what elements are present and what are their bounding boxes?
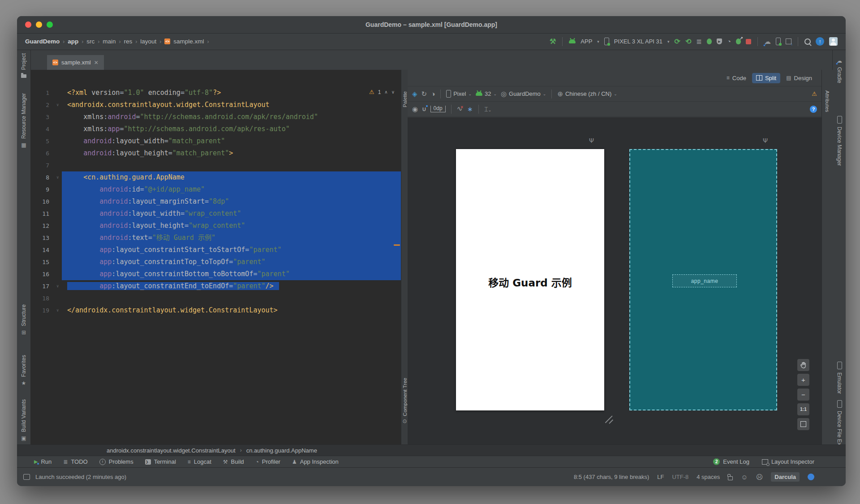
sidebar-item-structure[interactable]: Structure⊞ xyxy=(17,304,30,336)
design-surface-icon[interactable]: ◈ xyxy=(412,90,417,98)
autoconnect-magnet-icon[interactable]: ∪ xyxy=(422,106,426,112)
warning-stripe-mark[interactable] xyxy=(394,244,400,246)
code-line[interactable]: 12 android:layout_height="wrap_content" xyxy=(30,220,401,232)
view-mode-split[interactable]: Split xyxy=(752,73,780,83)
code-line[interactable]: 16 app:layout_constraintBottom_toBottomO… xyxy=(30,268,401,280)
chevron-down-icon[interactable]: ▾ xyxy=(597,39,599,44)
tab-sample-xml[interactable]: <> sample.xml ✕ xyxy=(47,55,104,70)
toolwindow-profiler-button[interactable]: ◔Profiler xyxy=(256,458,280,465)
fold-marker[interactable]: ∨ xyxy=(56,171,59,184)
toolwindow-toggle-icon[interactable] xyxy=(23,474,30,480)
render-warning-icon[interactable]: ⚠ xyxy=(812,90,817,97)
caret-position[interactable]: 8:5 (437 chars, 9 line breaks) xyxy=(574,474,649,480)
avatar[interactable] xyxy=(829,37,838,46)
toolwindow-logcat-button[interactable]: ≡Logcat xyxy=(188,458,211,465)
xml-breadcrumb-item[interactable]: cn.authing.guard.AppName xyxy=(246,447,317,454)
code-line[interactable]: 11 android:layout_width="wrap_content" xyxy=(30,208,401,220)
file-encoding[interactable]: UTF-8 xyxy=(672,474,688,480)
breadcrumb-item-sample-xml[interactable]: sample.xml xyxy=(173,38,204,45)
profiler-icon[interactable]: ◔ xyxy=(727,38,731,45)
toolwindow-todo-button[interactable]: ≣TODO xyxy=(63,458,87,465)
attach-debugger-icon[interactable]: ▶ xyxy=(717,38,722,44)
orientation-icon[interactable]: ↻ xyxy=(421,90,427,98)
accessibility-indicator-icon[interactable] xyxy=(808,474,814,480)
layout-inspector-button[interactable]: Layout Inspector xyxy=(762,458,814,465)
attach-debugger-to-process-icon[interactable] xyxy=(736,38,741,44)
search-icon[interactable] xyxy=(804,38,811,45)
pan-hand-button[interactable] xyxy=(797,359,809,371)
code-line[interactable]: 7 xyxy=(30,159,401,171)
theme-indicator[interactable]: Darcula xyxy=(771,472,800,482)
breadcrumb-item-main[interactable]: main xyxy=(103,38,116,45)
zoom-to-fit-button[interactable] xyxy=(797,418,809,430)
code-line[interactable]: 13 android:text="移动 Guard 示例" xyxy=(30,232,401,244)
sidebar-item-device-manager[interactable]: Device Manager xyxy=(833,116,846,166)
theme-select[interactable]: ◎ GuardDemo ⌄ xyxy=(501,90,546,98)
code-editor[interactable]: ⚠ 1 ∧ ∨ 1<?xml version="1.0" encoding="u… xyxy=(30,70,401,444)
sidebar-item-build-variants[interactable]: Build Variants▣ xyxy=(17,399,30,441)
design-preview-phone[interactable]: 移动 Guard 示例 xyxy=(456,149,604,410)
view-options-icon[interactable]: ◉ xyxy=(412,105,418,113)
toolwindow-problems-button[interactable]: !Problems xyxy=(99,458,133,465)
run-configurations-icon[interactable]: ≣ xyxy=(696,38,702,46)
update-icon[interactable]: ↑ xyxy=(816,37,824,46)
device-for-preview-select[interactable]: Pixel ⌄ xyxy=(446,90,472,98)
toolwindow-app-inspection-button[interactable]: ♟App Inspection xyxy=(292,458,339,465)
close-icon[interactable]: ✕ xyxy=(94,60,99,66)
fold-marker[interactable]: ∨ xyxy=(56,280,59,292)
resize-handle[interactable] xyxy=(603,414,614,424)
xml-breadcrumb-item[interactable]: androidx.constraintlayout.widget.Constra… xyxy=(107,447,236,454)
night-mode-icon[interactable]: ◑ xyxy=(431,90,435,98)
device-select[interactable]: PIXEL 3 XL API 31 xyxy=(614,38,662,45)
breadcrumb-item-res[interactable]: res xyxy=(124,38,133,45)
breadcrumb-item-guarddemo[interactable]: GuardDemo xyxy=(25,38,60,45)
code-line[interactable]: 8∨ <cn.authing.guard.AppName xyxy=(30,171,401,184)
code-line[interactable]: 10 android:layout_marginStart="8dp" xyxy=(30,196,401,208)
blueprint-widget-app-name[interactable]: app_name xyxy=(672,274,737,287)
zoom-actual-button[interactable]: 1:1 xyxy=(797,403,809,415)
code-line[interactable]: 2∨<androidx.constraintlayout.widget.Cons… xyxy=(30,99,401,111)
attributes-tab[interactable]: Attributes xyxy=(822,90,833,112)
help-icon[interactable]: ? xyxy=(810,106,817,113)
code-line[interactable]: 14 app:layout_constraintStart_toStartOf=… xyxy=(30,244,401,256)
stop-icon[interactable] xyxy=(746,39,751,44)
code-line[interactable]: 6 android:layout_height="match_parent"> xyxy=(30,147,401,159)
fold-marker[interactable]: ∨ xyxy=(56,304,59,316)
sidebar-item-favorites[interactable]: Favorites★ xyxy=(17,355,30,386)
toolwindow-run-button[interactable]: ▶Run xyxy=(34,458,52,465)
happy-face-icon[interactable]: ☺ xyxy=(741,473,748,481)
component-tree-tab[interactable]: Component Tree ⊙ xyxy=(401,378,408,424)
device-manager-icon[interactable] xyxy=(776,38,781,45)
run-icon[interactable]: ⟳ xyxy=(675,37,680,46)
line-separator[interactable]: LF xyxy=(657,474,664,480)
breadcrumb-item-src[interactable]: src xyxy=(86,38,95,45)
chevron-down-icon[interactable]: ▾ xyxy=(667,39,670,44)
code-line[interactable]: 15 app:layout_constraintTop_toTopOf="par… xyxy=(30,256,401,268)
api-version-select[interactable]: 32 ⌄ xyxy=(476,90,497,97)
zoom-in-button[interactable]: + xyxy=(797,374,809,386)
indent-setting[interactable]: 4 spaces xyxy=(697,474,720,480)
infer-constraints-icon[interactable]: ∗ xyxy=(467,105,473,113)
sidebar-item-emulator[interactable]: Emulator xyxy=(833,362,846,394)
sidebar-item-gradle[interactable]: ☁Gradle xyxy=(833,58,846,83)
lock-icon[interactable] xyxy=(728,476,733,480)
locale-select[interactable]: ⊕ Chinese (zh / CN) ⌄ xyxy=(557,90,617,98)
debug-icon[interactable] xyxy=(707,38,712,44)
code-line[interactable]: 19∨</androidx.constraintlayout.widget.Co… xyxy=(30,304,401,316)
code-line[interactable]: 17∨ app:layout_constraintEnd_toEndOf="pa… xyxy=(30,280,401,292)
breadcrumb-item-app[interactable]: app xyxy=(68,38,78,45)
fold-marker[interactable]: ∨ xyxy=(56,99,59,111)
palette-tab[interactable]: Palette xyxy=(401,91,408,107)
view-mode-code[interactable]: ≡ Code xyxy=(722,73,750,83)
clear-constraints-icon[interactable]: ∿× xyxy=(457,105,463,113)
pack-align-icon[interactable]: ⌶⌄ xyxy=(484,105,492,113)
code-line[interactable]: 5 android:layout_width="match_parent" xyxy=(30,135,401,147)
code-line[interactable]: 4 xmlns:app="http://schemas.android.com/… xyxy=(30,123,401,135)
apply-code-changes-icon[interactable]: ⟲ xyxy=(685,37,691,46)
run-config-select[interactable]: APP xyxy=(580,38,592,45)
code-line[interactable]: 9 android:id="@+id/app_name" xyxy=(30,184,401,196)
sad-face-icon[interactable]: ☹ xyxy=(756,473,763,481)
sidebar-item-project[interactable]: Project xyxy=(17,53,30,78)
sidebar-item-resource-manager[interactable]: Resource Manager▦ xyxy=(17,93,30,148)
event-log-button[interactable]: 2 Event Log xyxy=(713,458,749,465)
